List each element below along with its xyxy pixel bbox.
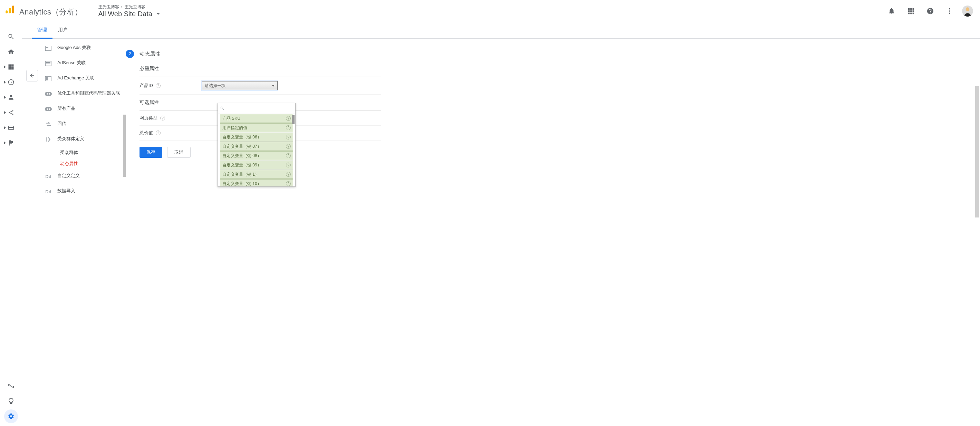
caret-icon [4, 81, 6, 84]
apps-icon [907, 7, 915, 15]
help-icon[interactable]: ? [156, 130, 161, 135]
svg-rect-8 [913, 10, 915, 12]
svg-point-34 [49, 93, 50, 95]
tab-user[interactable]: 用户 [52, 22, 73, 39]
avatar-icon [963, 6, 972, 17]
help-icon: ? [286, 172, 291, 177]
dropdown-option[interactable]: 产品 SKU? [220, 114, 293, 123]
help-icon: ? [286, 125, 291, 130]
nav-data-import[interactable]: Dd 数据导入 [43, 184, 126, 199]
svg-rect-18 [11, 66, 13, 69]
nav-adexchange-link[interactable]: Ad Exchange 关联 [43, 71, 126, 86]
svg-point-13 [949, 10, 950, 12]
product-title: Analytics（分析） [19, 7, 83, 17]
breadcrumb[interactable]: 王光卫博客 › 王光卫博客 All Web Site Data [99, 4, 162, 18]
rail-attribution[interactable] [3, 379, 19, 393]
rail-acquisition[interactable] [3, 106, 19, 119]
rail-admin[interactable] [4, 409, 18, 423]
svg-rect-1 [9, 8, 11, 13]
person-icon [8, 94, 14, 101]
notifications-button[interactable] [885, 4, 899, 18]
product-id-dropdown[interactable]: 请选择一项 [202, 81, 278, 90]
rail-home[interactable] [3, 45, 19, 59]
nav-postback[interactable]: 回传 [43, 117, 126, 132]
rail-behavior[interactable] [3, 121, 19, 135]
chevron-down-icon [272, 85, 275, 87]
dropdown-option[interactable]: 自定义变量（键 09）? [220, 161, 293, 170]
help-icon: ? [286, 144, 291, 149]
svg-rect-2 [12, 6, 14, 13]
help-icon: ? [286, 181, 291, 186]
chevron-right-icon: › [121, 5, 123, 10]
account-avatar[interactable] [962, 6, 973, 17]
nav-all-products[interactable]: 所有产品 [43, 102, 126, 117]
svg-rect-6 [908, 10, 910, 12]
rail-discover[interactable] [3, 394, 19, 408]
dropdown-option[interactable]: 用户指定的值? [220, 123, 293, 132]
flag-icon [8, 140, 14, 146]
content-area: 管理 用户 Google Ads 关联 AdSense 关联 [22, 22, 980, 426]
help-icon[interactable]: ? [160, 116, 165, 121]
nav-google-ads-link[interactable]: Google Ads 关联 [43, 41, 126, 56]
breadcrumb-view: All Web Site Data [99, 10, 152, 18]
dropdown-option[interactable]: 自定义变量（键 08）? [220, 151, 293, 160]
svg-point-36 [47, 108, 48, 110]
sync-icon [45, 121, 52, 127]
rail-audience[interactable] [3, 91, 19, 104]
svg-point-33 [47, 93, 48, 95]
attribution-icon [8, 383, 14, 389]
required-section-title: 必需属性 [140, 61, 381, 77]
scrollbar-thumb[interactable] [123, 114, 126, 177]
nav-adsense-link[interactable]: AdSense 关联 [43, 56, 126, 71]
svg-point-12 [949, 8, 950, 10]
dropdown-option[interactable]: 自定义变量（键 07）? [220, 142, 293, 151]
dropdown-option[interactable]: 自定义变量（键 1）? [220, 170, 293, 179]
help-button[interactable] [923, 4, 937, 18]
nav-audience-definitions[interactable]: 受众群体定义 [43, 132, 126, 147]
rail-conversions[interactable] [3, 136, 19, 150]
svg-rect-35 [45, 107, 52, 111]
link-icon [45, 107, 52, 111]
rail-realtime[interactable] [3, 75, 19, 89]
save-button[interactable]: 保存 [140, 147, 162, 158]
home-icon [8, 48, 14, 55]
help-icon: ? [286, 153, 291, 158]
dropdown-option[interactable]: 自定义变量（键 06）? [220, 133, 293, 141]
svg-rect-24 [8, 127, 13, 128]
nav-audiences[interactable]: 受众群体 [57, 147, 126, 158]
help-icon[interactable]: ? [156, 83, 161, 88]
svg-rect-17 [11, 65, 13, 66]
bell-icon [888, 7, 896, 15]
link-icon [45, 92, 52, 96]
svg-rect-26 [46, 47, 48, 48]
apps-button[interactable] [904, 4, 918, 18]
cancel-button[interactable]: 取消 [167, 147, 191, 158]
dd-icon: Dd [44, 188, 52, 195]
audience-icon [45, 137, 51, 143]
scrollbar-thumb[interactable] [975, 86, 979, 218]
svg-rect-7 [910, 10, 912, 12]
nav-dynamic-attributes[interactable]: 动态属性 [57, 158, 126, 169]
nav-custom-definition[interactable]: Dd 自定义定义 [43, 169, 126, 184]
more-button[interactable] [943, 4, 956, 18]
svg-rect-0 [6, 10, 8, 13]
rail-customization[interactable] [3, 60, 19, 74]
rail-search[interactable] [3, 30, 19, 43]
dropdown-option[interactable]: 自定义变量（键 10）? [220, 179, 293, 186]
svg-point-37 [49, 108, 50, 110]
dd-icon: Dd [44, 173, 52, 180]
dropdown-search-input[interactable] [227, 105, 293, 112]
collapse-nav-button[interactable] [26, 70, 38, 81]
dropdown-popover: 产品 SKU? 用户指定的值? 自定义变量（键 06）? 自定义变量（键 07）… [218, 103, 296, 187]
analytics-logo-icon [5, 5, 14, 14]
help-icon: ? [286, 135, 291, 140]
svg-rect-11 [913, 13, 915, 14]
dropdown-list[interactable]: 产品 SKU? 用户指定的值? 自定义变量（键 06）? 自定义变量（键 07）… [218, 114, 295, 186]
svg-rect-28 [46, 62, 51, 63]
chevron-down-icon [154, 10, 162, 17]
label-product-id: 产品ID [140, 83, 153, 89]
svg-rect-3 [908, 8, 910, 10]
tab-admin[interactable]: 管理 [32, 22, 52, 39]
scrollbar-thumb[interactable] [292, 115, 294, 124]
nav-optimize-link[interactable]: 优化工具和跟踪代码管理器关联 [43, 86, 126, 102]
